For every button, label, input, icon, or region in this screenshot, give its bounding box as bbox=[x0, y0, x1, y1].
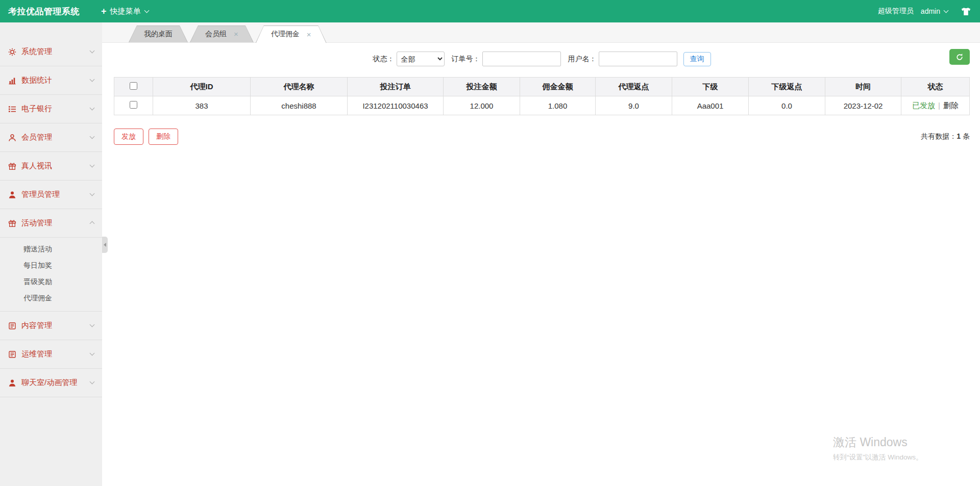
row-delete-link[interactable]: 删除 bbox=[943, 101, 959, 110]
select-all-cell bbox=[114, 78, 153, 96]
quick-menu-button[interactable]: + 快捷菜单 bbox=[101, 6, 149, 17]
status-separator: | bbox=[938, 101, 940, 110]
sidebar-item-label: 数据统计 bbox=[21, 75, 52, 85]
row-checkbox[interactable] bbox=[130, 101, 137, 109]
refresh-button[interactable] bbox=[949, 49, 970, 65]
tab-bar: 我的桌面会员组×代理佣金× bbox=[102, 22, 980, 43]
sidebar-item-7[interactable]: 活动管理 bbox=[0, 209, 102, 238]
total-count-value: 1 bbox=[957, 132, 961, 140]
username-filter-label: 用户名： bbox=[568, 55, 597, 64]
select-all-checkbox[interactable] bbox=[130, 82, 137, 90]
sidebar-item-8[interactable]: 内容管理 bbox=[0, 312, 102, 340]
table-footer: 发放 删除 共有数据：1 条 bbox=[114, 129, 970, 145]
chevron-down-icon bbox=[90, 77, 95, 82]
table-cell: cheshi888 bbox=[251, 96, 348, 115]
tab-1[interactable]: 我的桌面 bbox=[129, 25, 188, 42]
status-select[interactable]: 全部 bbox=[397, 52, 445, 66]
table-cell: Aaa001 bbox=[672, 96, 749, 115]
sidebar-item-1[interactable]: 系统管理 bbox=[0, 38, 102, 66]
table-cell: I231202110030463 bbox=[348, 96, 444, 115]
chevron-down-icon bbox=[90, 322, 95, 327]
order-number-input[interactable] bbox=[482, 52, 561, 66]
gift-icon bbox=[8, 219, 16, 227]
sidebar-subitem[interactable]: 代理佣金 bbox=[0, 290, 102, 306]
chat-user-icon bbox=[8, 379, 16, 387]
total-count-label: 共有数据：1 条 bbox=[921, 132, 970, 141]
sidebar-item-label: 会员管理 bbox=[21, 133, 52, 142]
table-cell: 12.000 bbox=[444, 96, 520, 115]
column-header: 投注订单 bbox=[348, 78, 444, 96]
filter-toolbar: 状态： 全部 订单号： 用户名： 查询 bbox=[114, 51, 970, 67]
sidebar-item-6[interactable]: 管理员管理 bbox=[0, 181, 102, 209]
tab-close-icon[interactable]: × bbox=[307, 31, 311, 38]
sidebar-subitem[interactable]: 每日加奖 bbox=[0, 257, 102, 273]
content-panel: 状态： 全部 订单号： 用户名： 查询 bbox=[102, 43, 980, 486]
tab-close-icon[interactable]: × bbox=[234, 30, 238, 38]
column-header: 代理名称 bbox=[251, 78, 348, 96]
column-header: 投注金额 bbox=[444, 78, 520, 96]
chevron-down-icon bbox=[90, 163, 95, 168]
user-role-label: 超级管理员 bbox=[878, 7, 914, 16]
row-checkbox-cell bbox=[114, 96, 153, 115]
ops-icon bbox=[8, 350, 16, 359]
user-icon bbox=[8, 134, 16, 142]
chevron-down-icon bbox=[944, 8, 949, 13]
order-filter-label: 订单号： bbox=[452, 55, 480, 64]
delete-button[interactable]: 删除 bbox=[149, 129, 178, 145]
total-prefix: 共有数据： bbox=[921, 132, 957, 140]
table-cell: 9.0 bbox=[596, 96, 672, 115]
sidebar-item-label: 内容管理 bbox=[21, 321, 52, 330]
top-header-bar: 考拉优品管理系统 + 快捷菜单 超级管理员 admin bbox=[0, 0, 980, 22]
theme-shirt-icon[interactable] bbox=[961, 7, 971, 16]
user-dropdown[interactable]: admin bbox=[921, 7, 948, 15]
table-header-row: 代理ID代理名称投注订单投注金额佣金金额代理返点下级下级返点时间状态 bbox=[114, 78, 970, 96]
status-filter-label: 状态： bbox=[373, 55, 395, 64]
chevron-down-icon bbox=[90, 48, 95, 54]
app-title: 考拉优品管理系统 bbox=[8, 6, 80, 17]
sidebar-item-4[interactable]: 会员管理 bbox=[0, 123, 102, 152]
tab-label: 会员组 bbox=[205, 30, 227, 39]
refresh-icon bbox=[955, 53, 964, 61]
sidebar-subitem[interactable]: 赠送活动 bbox=[0, 241, 102, 257]
sidebar-item-10[interactable]: 聊天室/动画管理 bbox=[0, 369, 102, 397]
status-cell: 已发放|删除 bbox=[901, 96, 970, 115]
header-right-area: 超级管理员 admin bbox=[878, 7, 971, 16]
sidebar-item-2[interactable]: 数据统计 bbox=[0, 66, 102, 95]
status-badge: 已发放 bbox=[912, 101, 935, 110]
sidebar-item-label: 活动管理 bbox=[21, 218, 52, 228]
username-input[interactable] bbox=[599, 52, 677, 66]
commission-table: 代理ID代理名称投注订单投注金额佣金金额代理返点下级下级返点时间状态 383ch… bbox=[114, 77, 970, 115]
content-icon bbox=[8, 322, 16, 330]
table-cell: 0.0 bbox=[749, 96, 825, 115]
tab-3[interactable]: 代理佣金× bbox=[256, 25, 327, 43]
main-area: 我的桌面会员组×代理佣金× 状态： 全部 订单号： 用户名： 查询 bbox=[102, 22, 980, 486]
table-cell: 1.080 bbox=[520, 96, 596, 115]
column-header: 代理ID bbox=[153, 78, 251, 96]
chevron-down-icon bbox=[90, 379, 95, 385]
chevron-up-icon bbox=[90, 221, 95, 226]
tab-label: 我的桌面 bbox=[144, 30, 173, 39]
sidebar-item-label: 管理员管理 bbox=[21, 190, 60, 199]
column-header: 下级 bbox=[672, 78, 749, 96]
gear-icon bbox=[8, 48, 16, 56]
chevron-down-icon bbox=[144, 8, 149, 13]
query-button[interactable]: 查询 bbox=[683, 52, 711, 66]
table-cell: 383 bbox=[153, 96, 251, 115]
sidebar-item-5[interactable]: 真人视讯 bbox=[0, 152, 102, 181]
total-suffix: 条 bbox=[963, 132, 970, 140]
chevron-down-icon bbox=[90, 106, 95, 111]
sidebar-item-9[interactable]: 运维管理 bbox=[0, 340, 102, 369]
user-filled-icon bbox=[8, 191, 16, 199]
tab-2[interactable]: 会员组× bbox=[190, 25, 254, 42]
sidebar-item-3[interactable]: 电子银行 bbox=[0, 95, 102, 123]
grant-button[interactable]: 发放 bbox=[114, 129, 143, 145]
column-header: 状态 bbox=[901, 78, 970, 96]
sidebar-item-label: 电子银行 bbox=[21, 104, 52, 114]
sidebar-submenu: 赠送活动每日加奖晋级奖励代理佣金 bbox=[0, 238, 102, 312]
tab-label: 代理佣金 bbox=[271, 30, 300, 39]
list-icon bbox=[8, 105, 16, 113]
column-header: 佣金金额 bbox=[520, 78, 596, 96]
sidebar-item-label: 运维管理 bbox=[21, 349, 52, 359]
column-header: 下级返点 bbox=[749, 78, 825, 96]
sidebar-subitem[interactable]: 晋级奖励 bbox=[0, 273, 102, 290]
